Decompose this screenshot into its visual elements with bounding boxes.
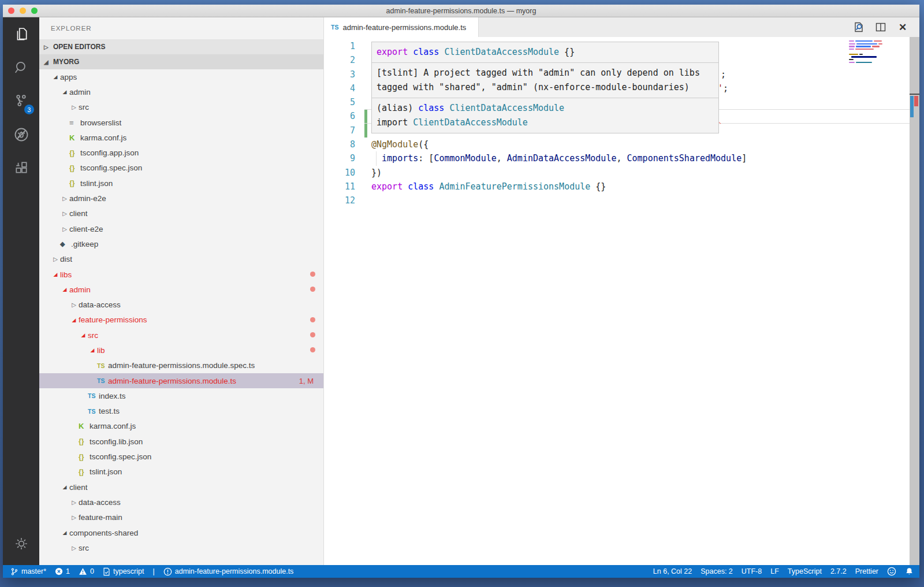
tree-item-admin-e2e[interactable]: ▷admin-e2e — [39, 191, 323, 206]
hover-lint-message: [tslint] A project tagged with "admin" c… — [372, 63, 718, 98]
status-cursor-position[interactable]: Ln 6, Col 22 — [653, 567, 692, 575]
tree-item-dist[interactable]: ▷dist — [39, 252, 323, 267]
explorer-icon[interactable] — [3, 17, 39, 51]
status-indentation[interactable]: Spaces: 2 — [701, 567, 733, 575]
title-bar[interactable]: admin-feature-permissions.module.ts — my… — [3, 5, 919, 17]
tree-item-label: dist — [60, 255, 72, 263]
status-language-mode[interactable]: TypeScript — [788, 567, 822, 575]
tree-item-label: src — [88, 331, 98, 340]
workspace-root-header[interactable]: ◢ MYORG — [39, 54, 323, 69]
code-line-10[interactable]: 10}) — [324, 166, 910, 180]
code-line-11[interactable]: 11export class AdminFeaturePermissionsMo… — [324, 180, 910, 194]
settings-gear-icon[interactable] — [3, 527, 39, 560]
tree-item-libs[interactable]: ◢libs — [39, 267, 323, 282]
status-eol[interactable]: LF — [770, 567, 779, 575]
tree-item-feature-permissions[interactable]: ◢feature-permissions — [39, 313, 323, 328]
line-number: 5 — [324, 95, 355, 109]
status-label: | — [152, 567, 154, 575]
tree-item-test-ts[interactable]: TStest.ts — [39, 404, 323, 419]
tree-item-lib[interactable]: ◢lib — [39, 343, 323, 358]
tree-item-feature-main[interactable]: ▷feature-main — [39, 510, 323, 525]
editor-group: TS admin-feature-permissions.module.ts ✕… — [324, 17, 919, 565]
ts-olive-file-icon: TS — [97, 362, 108, 369]
tree-item-client-e2e[interactable]: ▷client-e2e — [39, 221, 323, 236]
tree-item-index-ts[interactable]: TSindex.ts — [39, 388, 323, 403]
tree-item-client[interactable]: ▷client — [39, 206, 323, 221]
tree-item-admin-feature-permissions-module-spec-ts[interactable]: TSadmin-feature-permissions.module.spec.… — [39, 358, 323, 373]
tree-item-apps[interactable]: ◢apps — [39, 69, 323, 84]
close-window-button[interactable] — [8, 8, 14, 14]
tree-item-label: tsconfig.app.json — [80, 148, 139, 157]
chevron-right-icon: ▷ — [44, 44, 50, 50]
minimize-window-button[interactable] — [20, 8, 26, 14]
tree-item-karma-conf-js[interactable]: Kkarma.conf.js — [39, 419, 323, 434]
tree-item-label: data-access — [79, 300, 121, 309]
chevron-down-icon: ◢ — [44, 59, 50, 65]
tree-item-browserslist[interactable]: ≡browserslist — [39, 115, 323, 130]
tree-item-tsconfig-app-json[interactable]: {}tsconfig.app.json — [39, 145, 323, 160]
open-editors-header[interactable]: ▷ OPEN EDITORS — [39, 39, 323, 54]
tree-item-admin-feature-permissions-module-ts[interactable]: TSadmin-feature-permissions.module.ts1, … — [39, 373, 323, 388]
status-label: typescript — [113, 567, 144, 575]
status-prettier[interactable]: Prettier — [855, 567, 878, 575]
scrollbar[interactable] — [910, 37, 919, 565]
expanded-arrow-icon: ◢ — [60, 89, 69, 95]
status-label: LF — [770, 567, 779, 575]
overview-ruler-error-mark — [914, 96, 918, 106]
status-label: Prettier — [855, 567, 878, 575]
status-git-branch-status[interactable]: master* — [10, 567, 46, 576]
line-number: 9 — [324, 151, 355, 165]
expanded-arrow-icon: ◢ — [51, 272, 60, 277]
tree-item-data-access[interactable]: ▷data-access — [39, 297, 323, 312]
code-area[interactable]: 123;4';56import { ClientDataAccessModule… — [324, 37, 919, 565]
expanded-arrow-icon: ◢ — [51, 74, 60, 80]
search-icon[interactable] — [3, 51, 39, 84]
status-label: admin-feature-permissions.module.ts — [175, 567, 294, 575]
expanded-arrow-icon: ◢ — [88, 347, 97, 353]
minimap[interactable] — [849, 40, 885, 81]
activity-bar: 3 — [3, 17, 39, 565]
status-label: Ln 6, Col 22 — [653, 567, 692, 575]
tree-item-tsconfig-spec-json[interactable]: {}tsconfig.spec.json — [39, 161, 323, 176]
close-editor-icon[interactable]: ✕ — [896, 21, 909, 34]
tree-item-label: karma.conf.js — [90, 422, 136, 430]
code-line-12[interactable]: 12 — [324, 194, 910, 207]
tree-item-tsconfig-spec-json[interactable]: {}tsconfig.spec.json — [39, 449, 323, 464]
source-control-icon[interactable]: 3 — [3, 84, 39, 118]
split-editor-icon[interactable] — [874, 21, 887, 34]
tree-item-components-shared[interactable]: ◢components-shared — [39, 525, 323, 540]
git-modified-dot — [310, 287, 315, 292]
tree-item-admin[interactable]: ◢admin — [39, 282, 323, 297]
tree-item-admin[interactable]: ◢admin — [39, 84, 323, 99]
code-line-9[interactable]: 9 imports: [CommonModule, AdminDataAcces… — [324, 151, 910, 165]
tree-item-label: admin-feature-permissions.module.ts — [108, 377, 236, 385]
tab-admin-feature-permissions[interactable]: TS admin-feature-permissions.module.ts — [324, 17, 479, 37]
extensions-icon[interactable] — [3, 151, 39, 185]
status-encoding[interactable]: UTF-8 — [742, 567, 762, 575]
tree-item-src[interactable]: ◢src — [39, 328, 323, 343]
status-linter-status[interactable]: typescript — [103, 567, 144, 576]
zoom-window-button[interactable] — [31, 8, 38, 14]
status-warnings-count[interactable]: 0 — [79, 567, 94, 575]
tree-item-tslint-json[interactable]: {}tslint.json — [39, 465, 323, 480]
tree-item-src[interactable]: ▷src — [39, 540, 323, 555]
code-line-8[interactable]: 8@NgModule({ — [324, 138, 910, 151]
tree-item--gitkeep[interactable]: ◆.gitkeep — [39, 236, 323, 251]
status-file-status[interactable]: admin-feature-permissions.module.ts — [163, 567, 294, 576]
open-changes-icon[interactable] — [852, 21, 865, 34]
git-branch-icon — [10, 567, 18, 576]
tree-item-src[interactable]: ▷src — [39, 100, 323, 115]
line-number: 8 — [324, 138, 355, 151]
tree-item-client[interactable]: ◢client — [39, 480, 323, 495]
warning-triangle-icon — [79, 567, 87, 575]
status-notifications[interactable] — [905, 567, 914, 576]
tree-item-tslint-json[interactable]: {}tslint.json — [39, 176, 323, 191]
tree-item-tsconfig-lib-json[interactable]: {}tsconfig.lib.json — [39, 434, 323, 449]
tree-item-karma-conf-js[interactable]: Kkarma.conf.js — [39, 130, 323, 145]
debug-disabled-icon[interactable] — [3, 118, 39, 151]
status-ts-version[interactable]: 2.7.2 — [830, 567, 847, 575]
tree-item-data-access[interactable]: ▷data-access — [39, 495, 323, 510]
status-errors-count[interactable]: 1 — [55, 567, 70, 575]
status-feedback[interactable] — [887, 567, 896, 576]
git-modified-dot — [310, 272, 315, 277]
